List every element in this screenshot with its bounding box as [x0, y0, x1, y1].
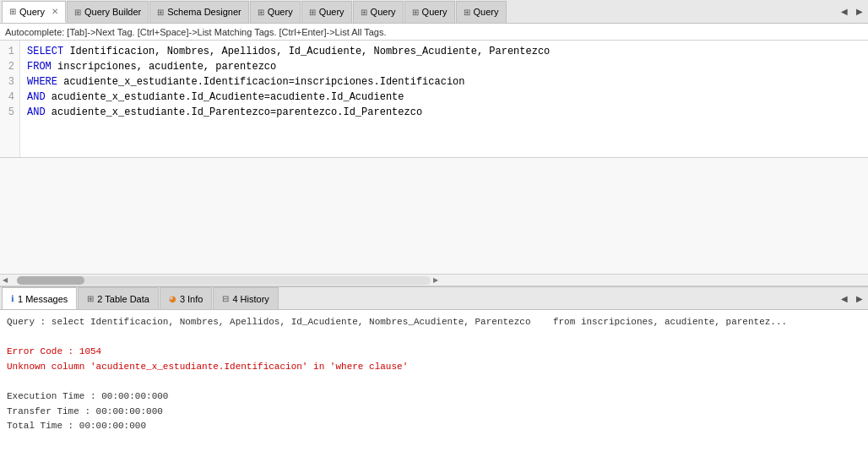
tab-scroll-left[interactable]: ◀ — [838, 5, 851, 19]
line-num-5: 5 — [5, 105, 14, 120]
tab-sd-label: Schema Designer — [167, 7, 241, 17]
scroll-right-arrow[interactable]: ▶ — [431, 276, 441, 284]
query-output-line: Query : select Identificacion, Nombres, … — [7, 315, 861, 330]
info-icon: ◕ — [169, 294, 176, 303]
scrollbar-thumb[interactable] — [17, 276, 84, 285]
tab-q7-icon: ⊞ — [464, 8, 470, 17]
tab-schema-designer[interactable]: ⊞ Schema Designer — [149, 1, 248, 23]
scroll-left-arrow[interactable]: ◀ — [0, 276, 10, 284]
tab-q5-icon: ⊞ — [361, 8, 367, 17]
bottom-tab-info[interactable]: ◕ 3 Info — [160, 287, 213, 309]
tab-q6-label: Query — [422, 7, 448, 17]
tab-scroll-right[interactable]: ▶ — [853, 5, 866, 19]
line-num-3: 3 — [5, 74, 14, 90]
history-icon: ⊟ — [222, 294, 229, 303]
editor-spacer — [0, 158, 868, 275]
line-numbers: 1 2 3 4 5 — [0, 41, 20, 157]
autocomplete-hint: Autocomplete: [Tab]->Next Tag. [Ctrl+Spa… — [0, 24, 868, 41]
editor-section: 1 2 3 4 5 SELECT Identificacion, Nombres… — [0, 41, 868, 286]
tab-query-active[interactable]: ⊞ Query ✕ — [2, 1, 66, 23]
tab-sd-icon: ⊞ — [157, 8, 164, 17]
editor-area[interactable]: 1 2 3 4 5 SELECT Identificacion, Nombres… — [0, 41, 868, 158]
bottom-tab-history[interactable]: ⊟ 4 History — [213, 287, 278, 309]
tab-query-6[interactable]: ⊞ Query — [404, 1, 455, 23]
tab-query-close[interactable]: ✕ — [52, 7, 58, 16]
tab-query-7[interactable]: ⊞ Query — [456, 1, 507, 23]
tab-query-icon: ⊞ — [9, 7, 16, 16]
tab-q3-label: Query — [268, 7, 293, 17]
blank-line-1 — [7, 330, 861, 346]
table-data-icon: ⊞ — [87, 294, 94, 303]
bottom-tab-bar: ℹ 1 Messages ⊞ 2 Table Data ◕ 3 Info ⊟ 4… — [0, 286, 868, 310]
code-editor[interactable]: SELECT Identificacion, Nombres, Apellido… — [20, 41, 868, 157]
exec-time-line: Execution Time : 00:00:00:000 — [7, 389, 861, 405]
error-code-line: Error Code : 1054 — [7, 345, 861, 360]
tab-qb-label: Query Builder — [84, 7, 141, 17]
line-num-4: 4 — [5, 90, 14, 105]
total-time-line: Total Time : 00:00:00:000 — [7, 419, 861, 434]
bottom-scroll-left[interactable]: ◀ — [838, 291, 851, 305]
bottom-section: ℹ 1 Messages ⊞ 2 Table Data ◕ 3 Info ⊟ 4… — [0, 286, 868, 468]
messages-icon: ℹ — [11, 294, 14, 303]
line-num-2: 2 — [5, 59, 14, 74]
tab-query-builder[interactable]: ⊞ Query Builder — [67, 1, 149, 23]
tab-q7-label: Query — [474, 7, 499, 17]
tab-query-3[interactable]: ⊞ Query — [250, 1, 301, 23]
top-tab-bar: ⊞ Query ✕ ⊞ Query Builder ⊞ Schema Desig… — [0, 0, 868, 24]
bottom-scroll-right[interactable]: ▶ — [853, 291, 866, 305]
bottom-tab-table-data[interactable]: ⊞ 2 Table Data — [78, 287, 159, 309]
tab-nav-controls: ◀ ▶ — [838, 5, 866, 19]
line-num-1: 1 — [5, 44, 14, 59]
bottom-tab-nav: ◀ ▶ — [838, 291, 866, 305]
tab-q4-label: Query — [319, 7, 344, 17]
tab-q4-icon: ⊞ — [309, 8, 316, 17]
editor-inner: 1 2 3 4 5 SELECT Identificacion, Nombres… — [0, 41, 868, 286]
autocomplete-text: Autocomplete: [Tab]->Next Tag. [Ctrl+Spa… — [5, 27, 387, 37]
info-label: 3 Info — [180, 294, 203, 304]
tab-q5-label: Query — [371, 7, 396, 17]
messages-content: Query : select Identificacion, Nombres, … — [0, 310, 868, 468]
tab-q3-icon: ⊞ — [258, 8, 264, 17]
blank-line-2 — [7, 374, 861, 389]
history-label: 4 History — [232, 294, 269, 304]
error-msg-line: Unknown column 'acudiente_x_estudiante.I… — [7, 360, 861, 375]
tab-query-label: Query — [19, 7, 45, 17]
tab-q6-icon: ⊞ — [412, 8, 419, 17]
tab-query-4[interactable]: ⊞ Query — [301, 1, 352, 23]
tab-query-5[interactable]: ⊞ Query — [353, 1, 404, 23]
transfer-time-line: Transfer Time : 00:00:00:000 — [7, 405, 861, 420]
messages-label: 1 Messages — [18, 294, 68, 304]
horizontal-scrollbar[interactable]: ◀ ▶ — [0, 275, 868, 286]
table-data-label: 2 Table Data — [97, 294, 149, 304]
tab-qb-icon: ⊞ — [74, 8, 81, 17]
main-layout: ⊞ Query ✕ ⊞ Query Builder ⊞ Schema Desig… — [0, 0, 868, 468]
bottom-tab-messages[interactable]: ℹ 1 Messages — [2, 287, 77, 309]
scrollbar-track[interactable] — [17, 276, 431, 285]
